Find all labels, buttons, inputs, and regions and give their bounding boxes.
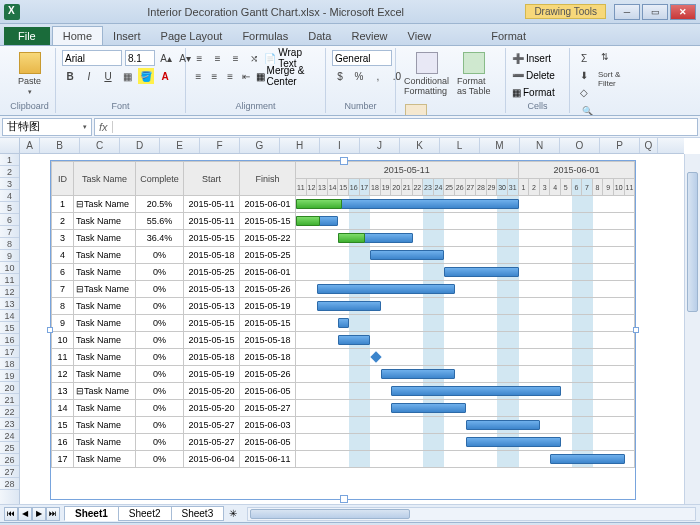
increase-font-icon[interactable]: A▴ bbox=[158, 50, 174, 66]
row-header[interactable]: 4 bbox=[0, 190, 19, 202]
close-button[interactable]: ✕ bbox=[670, 4, 696, 20]
cell-styles-button[interactable]: Cell Styles bbox=[402, 102, 431, 116]
col-header[interactable]: M bbox=[480, 138, 520, 153]
row-header[interactable]: 19 bbox=[0, 370, 19, 382]
col-header[interactable]: I bbox=[320, 138, 360, 153]
select-all-corner[interactable] bbox=[0, 138, 20, 154]
row-header[interactable]: 26 bbox=[0, 454, 19, 466]
col-header[interactable]: N bbox=[520, 138, 560, 153]
row-header[interactable]: 8 bbox=[0, 238, 19, 250]
tab-data[interactable]: Data bbox=[298, 27, 341, 45]
row-header[interactable]: 23 bbox=[0, 418, 19, 430]
sheet-tab-3[interactable]: Sheet3 bbox=[171, 506, 225, 521]
file-tab[interactable]: File bbox=[4, 27, 50, 45]
sheet-tab-1[interactable]: Sheet1 bbox=[64, 506, 119, 521]
gantt-chart-object[interactable]: IDTask NameCompleteStartFinish2015-05-11… bbox=[50, 160, 636, 500]
align-right-icon[interactable]: ≡ bbox=[224, 68, 237, 84]
tab-view[interactable]: View bbox=[398, 27, 442, 45]
new-sheet-button[interactable]: ✳ bbox=[223, 508, 243, 519]
row-header[interactable]: 15 bbox=[0, 322, 19, 334]
col-header[interactable]: J bbox=[360, 138, 400, 153]
sheet-tab-2[interactable]: Sheet2 bbox=[118, 506, 172, 521]
italic-button[interactable]: I bbox=[81, 68, 97, 84]
col-header[interactable]: C bbox=[80, 138, 120, 153]
currency-icon[interactable]: $ bbox=[332, 68, 348, 84]
tab-formulas[interactable]: Formulas bbox=[232, 27, 298, 45]
row-header[interactable]: 12 bbox=[0, 286, 19, 298]
row-header[interactable]: 3 bbox=[0, 178, 19, 190]
col-header[interactable]: B bbox=[40, 138, 80, 153]
align-top-icon[interactable]: ≡ bbox=[192, 50, 207, 66]
row-header[interactable]: 25 bbox=[0, 442, 19, 454]
tab-insert[interactable]: Insert bbox=[103, 27, 151, 45]
row-header[interactable]: 5 bbox=[0, 202, 19, 214]
fill-icon[interactable]: ⬇ bbox=[576, 67, 592, 83]
row-header[interactable]: 7 bbox=[0, 226, 19, 238]
col-header[interactable]: G bbox=[240, 138, 280, 153]
indent-dec-icon[interactable]: ⇤ bbox=[240, 68, 253, 84]
percent-icon[interactable]: % bbox=[351, 68, 367, 84]
font-family-select[interactable] bbox=[62, 50, 122, 66]
font-size-select[interactable] bbox=[125, 50, 155, 66]
delete-cells-button[interactable]: ➖Delete bbox=[512, 67, 555, 83]
col-header[interactable]: P bbox=[600, 138, 640, 153]
tab-nav-prev[interactable]: ◀ bbox=[18, 507, 32, 521]
row-header[interactable]: 9 bbox=[0, 250, 19, 262]
merge-center-button[interactable]: ▦Merge & Center bbox=[256, 68, 319, 84]
conditional-formatting-button[interactable]: Conditional Formatting bbox=[402, 50, 451, 98]
col-header[interactable]: K bbox=[400, 138, 440, 153]
col-header[interactable]: O bbox=[560, 138, 600, 153]
tab-review[interactable]: Review bbox=[341, 27, 397, 45]
column-headers[interactable]: ABCDEFGHIJKLMNOPQ bbox=[20, 138, 684, 154]
row-header[interactable]: 24 bbox=[0, 430, 19, 442]
scroll-thumb[interactable] bbox=[687, 172, 698, 312]
vertical-scrollbar[interactable] bbox=[684, 154, 700, 504]
tab-nav-next[interactable]: ▶ bbox=[32, 507, 46, 521]
scroll-thumb[interactable] bbox=[250, 509, 410, 519]
resize-handle-left[interactable] bbox=[47, 327, 53, 333]
row-header[interactable]: 16 bbox=[0, 334, 19, 346]
row-header[interactable]: 28 bbox=[0, 478, 19, 490]
row-header[interactable]: 6 bbox=[0, 214, 19, 226]
border-button[interactable]: ▦ bbox=[119, 68, 135, 84]
align-bot-icon[interactable]: ≡ bbox=[228, 50, 243, 66]
align-mid-icon[interactable]: ≡ bbox=[210, 50, 225, 66]
row-header[interactable]: 1 bbox=[0, 154, 19, 166]
tab-page-layout[interactable]: Page Layout bbox=[151, 27, 233, 45]
paste-button[interactable]: Paste ▾ bbox=[10, 50, 49, 98]
clear-icon[interactable]: ◇ bbox=[576, 84, 592, 100]
col-header[interactable]: F bbox=[200, 138, 240, 153]
formula-input[interactable]: fx bbox=[94, 118, 698, 136]
underline-button[interactable]: U bbox=[100, 68, 116, 84]
row-header[interactable]: 22 bbox=[0, 406, 19, 418]
sort-filter-button[interactable]: ⇅Sort & Filter bbox=[596, 50, 622, 90]
row-headers[interactable]: 1234567891011121314151617181920212223242… bbox=[0, 154, 20, 504]
col-header[interactable]: D bbox=[120, 138, 160, 153]
row-header[interactable]: 27 bbox=[0, 466, 19, 478]
number-format-select[interactable] bbox=[332, 50, 392, 66]
row-header[interactable]: 21 bbox=[0, 394, 19, 406]
col-header[interactable]: E bbox=[160, 138, 200, 153]
align-left-icon[interactable]: ≡ bbox=[192, 68, 205, 84]
minimize-button[interactable]: ─ bbox=[614, 4, 640, 20]
orientation-icon[interactable]: ⤭ bbox=[246, 50, 261, 66]
fill-color-button[interactable]: 🪣 bbox=[138, 68, 154, 84]
tab-format[interactable]: Format bbox=[481, 27, 536, 45]
grid[interactable]: IDTask NameCompleteStartFinish2015-05-11… bbox=[20, 154, 684, 504]
comma-icon[interactable]: , bbox=[370, 68, 386, 84]
autosum-icon[interactable]: Σ bbox=[576, 50, 592, 66]
tab-nav-first[interactable]: ⏮ bbox=[4, 507, 18, 521]
tab-nav-last[interactable]: ⏭ bbox=[46, 507, 60, 521]
format-cells-button[interactable]: ▦Format bbox=[512, 84, 555, 100]
font-color-button[interactable]: A bbox=[157, 68, 173, 84]
row-header[interactable]: 18 bbox=[0, 358, 19, 370]
row-header[interactable]: 14 bbox=[0, 310, 19, 322]
row-header[interactable]: 13 bbox=[0, 298, 19, 310]
find-select-button[interactable]: 🔍Find & Select bbox=[576, 104, 603, 116]
row-header[interactable]: 2 bbox=[0, 166, 19, 178]
col-header[interactable]: A bbox=[20, 138, 40, 153]
insert-cells-button[interactable]: ➕Insert bbox=[512, 50, 551, 66]
name-box[interactable]: 甘特图▾ bbox=[2, 118, 92, 136]
format-as-table-button[interactable]: Format as Table bbox=[455, 50, 492, 98]
bold-button[interactable]: B bbox=[62, 68, 78, 84]
